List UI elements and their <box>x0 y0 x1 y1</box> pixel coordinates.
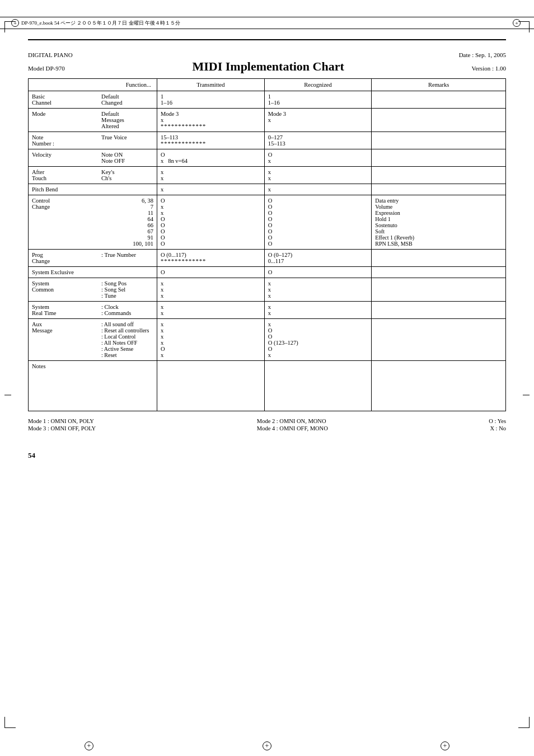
table-row: SystemCommon : Song Pos: Song Sel: Tune … <box>29 278 506 302</box>
fn-left-mode: Mode <box>29 109 99 132</box>
fn-right-basic-channel: DefaultChanged <box>98 91 157 109</box>
remarks-prog-change <box>372 250 506 267</box>
mode4-label: Mode 4 : OMNI OFF, MONO <box>257 425 328 431</box>
fn-left-basic-channel: BasicChannel <box>29 91 99 109</box>
table-header-row: Function... Transmitted Recognized Remar… <box>29 79 506 91</box>
reg-mark-right <box>441 741 449 750</box>
page-number: 54 <box>0 451 534 460</box>
reg-mark-center <box>263 741 271 750</box>
transmitted-aux-message: xxxxOx <box>157 319 265 361</box>
table-row: SystemReal Time : Clock: Commands xx xx <box>29 302 506 319</box>
mode1-label: Mode 1 : OMNI ON, POLY <box>28 418 96 424</box>
table-row: AfterTouch Key'sCh's xx xx <box>29 167 506 184</box>
remarks-system-common <box>372 278 506 302</box>
bottom-registration-marks <box>0 741 534 750</box>
remarks-after-touch <box>372 167 506 184</box>
remarks-system-exclusive <box>372 267 506 278</box>
table-row: ControlChange 6, 3871164666791100, 101 O… <box>29 195 506 250</box>
fn-left-system-exclusive: System Exclusive <box>29 267 157 278</box>
footer-modes-left: Mode 1 : OMNI ON, POLY Mode 3 : OMNI OFF… <box>28 418 96 431</box>
fn-left-after-touch: AfterTouch <box>29 167 99 184</box>
recognized-velocity: Ox <box>264 149 372 167</box>
transmitted-prog-change: O (0...117)************* <box>157 250 265 267</box>
col-header-function: Function... <box>29 79 157 91</box>
table-row: ProgChange : True Number O (0...117)****… <box>29 250 506 267</box>
crop-mark-mr <box>523 395 530 395</box>
registration-mark-left <box>11 19 19 27</box>
fn-right-control-change: 6, 3871164666791100, 101 <box>98 195 157 250</box>
doc-info-top: DIGITAL PIANO Date : Sep. 1, 2005 <box>28 51 506 58</box>
device-name: DIGITAL PIANO <box>28 51 73 58</box>
mode2-label: Mode 2 : OMNI ON, MONO <box>257 418 328 424</box>
o-yes-label: O : Yes <box>489 418 506 424</box>
remarks-note-number <box>372 132 506 149</box>
recognized-system-exclusive: O <box>264 267 372 278</box>
transmitted-pitch-bend: x <box>157 184 265 195</box>
fn-right-after-touch: Key'sCh's <box>98 167 157 184</box>
footer-modes: Mode 1 : OMNI ON, POLY Mode 3 : OMNI OFF… <box>28 418 506 431</box>
recognized-note-number: 0–12715–113 <box>264 132 372 149</box>
fn-left-pitch-bend: Pitch Bend <box>29 184 157 195</box>
fn-right-system-real-time: : Clock: Commands <box>98 302 157 319</box>
doc-title-row: Model DP-970 MIDI Implementation Chart V… <box>28 59 506 74</box>
transmitted-basic-channel: 11–16 <box>157 91 265 109</box>
remarks-mode <box>372 109 506 132</box>
table-row: Velocity Note ONNote OFF Ox 8n v=64 Ox <box>29 149 506 167</box>
recognized-mode: Mode 3x <box>264 109 372 132</box>
recognized-notes <box>264 361 372 411</box>
remarks-notes <box>372 361 506 411</box>
fn-right-system-common: : Song Pos: Song Sel: Tune <box>98 278 157 302</box>
x-no-label: X : No <box>489 425 506 431</box>
transmitted-system-exclusive: O <box>157 267 265 278</box>
remarks-basic-channel <box>372 91 506 109</box>
footer-modes-right: O : Yes X : No <box>489 418 506 431</box>
mode3-label: Mode 3 : OMNI OFF, POLY <box>28 425 96 431</box>
table-row: AuxMessage : All sound off : Reset all c… <box>29 319 506 361</box>
transmitted-mode: Mode 3x************* <box>157 109 265 132</box>
reg-mark-left <box>85 741 93 750</box>
fn-right-aux-message: : All sound off : Reset all controllers … <box>98 319 157 361</box>
crop-mark-bl <box>4 717 16 728</box>
page: DP-970_e.book 54 ページ ２００５年１０月７日 金曜日 午後４時… <box>0 17 534 756</box>
fn-left-prog-change: ProgChange <box>29 250 99 267</box>
transmitted-after-touch: xx <box>157 167 265 184</box>
remarks-control-change: Data entryVolumeExpressionHold 1Sostenut… <box>372 195 506 250</box>
table-row: NoteNumber : True Voice 15–113**********… <box>29 132 506 149</box>
fn-left-aux-message: AuxMessage <box>29 319 99 361</box>
fn-right-mode: DefaultMessagesAltered <box>98 109 157 132</box>
col-header-recognized: Recognized <box>264 79 372 91</box>
fn-left-system-common: SystemCommon <box>29 278 99 302</box>
recognized-aux-message: xOOO (123–127)Ox <box>264 319 372 361</box>
col-header-remarks: Remarks <box>372 79 506 91</box>
top-rule <box>28 39 506 40</box>
remarks-system-real-time <box>372 302 506 319</box>
model-label: Model DP-970 <box>28 65 65 72</box>
transmitted-note-number: 15–113************* <box>157 132 265 149</box>
main-content: DIGITAL PIANO Date : Sep. 1, 2005 Model … <box>0 29 534 443</box>
function-header-text: Function... <box>126 82 153 88</box>
recognized-after-touch: xx <box>264 167 372 184</box>
fn-left-control-change: ControlChange <box>29 195 99 250</box>
top-header-bar: DP-970_e.book 54 ページ ２００５年１０月７日 金曜日 午後４時… <box>0 17 534 29</box>
crop-mark-br <box>518 717 530 728</box>
recognized-system-common: xxx <box>264 278 372 302</box>
remarks-aux-message <box>372 319 506 361</box>
remarks-pitch-bend <box>372 184 506 195</box>
fn-left-system-real-time: SystemReal Time <box>29 302 99 319</box>
transmitted-control-change: OxxOOOOO <box>157 195 265 250</box>
col-header-transmitted: Transmitted <box>157 79 265 91</box>
transmitted-system-common: xxx <box>157 278 265 302</box>
crop-mark-ml <box>4 395 11 395</box>
header-text: DP-970_e.book 54 ページ ２００５年１０月７日 金曜日 午後４時… <box>21 20 180 27</box>
table-row: System Exclusive O O <box>29 267 506 278</box>
chart-title: MIDI Implementation Chart <box>65 59 472 74</box>
fn-left-note-number: NoteNumber : <box>29 132 99 149</box>
fn-left-notes: Notes <box>29 361 157 411</box>
footer-modes-center: Mode 2 : OMNI ON, MONO Mode 4 : OMNI OFF… <box>257 418 328 431</box>
fn-left-velocity: Velocity <box>29 149 99 167</box>
transmitted-system-real-time: xx <box>157 302 265 319</box>
recognized-prog-change: O (0–127)0...117 <box>264 250 372 267</box>
transmitted-velocity: Ox 8n v=64 <box>157 149 265 167</box>
table-row: Pitch Bend x x <box>29 184 506 195</box>
transmitted-notes <box>157 361 265 411</box>
